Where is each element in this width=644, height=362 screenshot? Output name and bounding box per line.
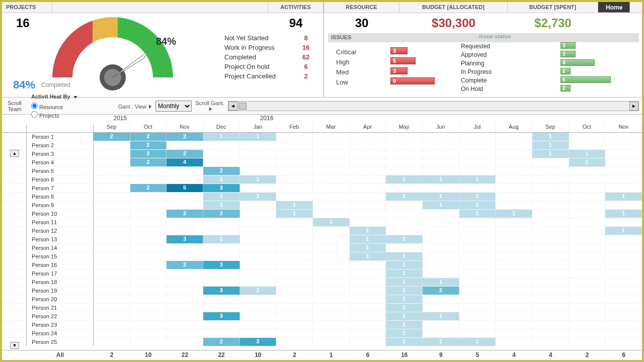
- person-row: Person 91111: [2, 201, 642, 210]
- heat-cell[interactable]: 2: [167, 210, 203, 218]
- heat-cell[interactable]: 1: [350, 244, 386, 252]
- heat-cell[interactable]: 1: [386, 338, 423, 346]
- heat-cell[interactable]: 2: [423, 287, 459, 295]
- heat-cell[interactable]: 3: [203, 184, 240, 192]
- heat-cell[interactable]: 2: [130, 150, 167, 158]
- heat-cell[interactable]: 1: [459, 175, 496, 184]
- heat-cell[interactable]: 1: [423, 278, 459, 286]
- heat-cell[interactable]: 2: [203, 210, 240, 218]
- heat-cell[interactable]: 2: [167, 261, 203, 269]
- heat-cell[interactable]: 1: [605, 227, 642, 235]
- heat-cell[interactable]: 1: [386, 312, 423, 320]
- heat-cell[interactable]: 2: [94, 133, 130, 141]
- heat-cell[interactable]: 1: [605, 210, 642, 218]
- heat-cell[interactable]: 1: [459, 210, 496, 218]
- heat-cell[interactable]: 2: [130, 141, 167, 149]
- heat-cell[interactable]: 1: [423, 338, 459, 346]
- empty-cell: [276, 295, 313, 303]
- heat-cell[interactable]: 1: [240, 175, 277, 184]
- heat-cell[interactable]: 1: [459, 193, 496, 201]
- heat-cell[interactable]: 1: [386, 321, 423, 329]
- heat-cell[interactable]: 1: [532, 133, 569, 141]
- heat-cell[interactable]: 2: [203, 167, 240, 175]
- heat-cell[interactable]: 1: [569, 150, 606, 158]
- empty-cell: [94, 210, 130, 218]
- heat-cell[interactable]: 1: [386, 261, 423, 269]
- heat-cell[interactable]: 1: [240, 287, 277, 295]
- heat-cell[interactable]: 2: [130, 184, 167, 192]
- heat-cell[interactable]: 1: [423, 312, 459, 320]
- heat-cell[interactable]: 1: [203, 133, 240, 141]
- heat-cell[interactable]: 1: [423, 201, 459, 209]
- empty-cell: [496, 201, 532, 209]
- heat-cell[interactable]: 3: [240, 338, 277, 346]
- heat-cell[interactable]: 5: [167, 184, 203, 192]
- heat-cell[interactable]: 1: [203, 193, 240, 201]
- heat-cell[interactable]: 4: [167, 158, 203, 166]
- heat-cell[interactable]: 1: [276, 210, 313, 218]
- heat-cell[interactable]: 1: [386, 252, 423, 260]
- heat-cell[interactable]: 1: [386, 287, 423, 295]
- empty-cell: [276, 304, 313, 312]
- scroll-right-button[interactable]: ►: [629, 102, 638, 111]
- empty-cell: [94, 329, 130, 337]
- heat-cell[interactable]: 1: [350, 252, 386, 260]
- heat-cell[interactable]: 1: [386, 329, 423, 337]
- empty-cell: [350, 201, 386, 209]
- heat-cell[interactable]: 1: [203, 235, 240, 243]
- heat-cell[interactable]: 1: [313, 218, 350, 226]
- heat-cell[interactable]: 3: [203, 287, 240, 295]
- scroll-left-button[interactable]: ◄: [228, 102, 237, 111]
- heat-cell[interactable]: 1: [532, 141, 569, 149]
- empty-cell: [350, 269, 386, 278]
- gantt-scrollbar[interactable]: ◄ ►: [228, 101, 639, 111]
- heat-cell[interactable]: 1: [350, 227, 386, 235]
- heat-cell[interactable]: 1: [386, 235, 423, 243]
- heat-cell[interactable]: 2: [203, 338, 240, 346]
- scroll-down-button[interactable]: ▼: [10, 342, 19, 349]
- person-name: Person 9: [27, 201, 94, 209]
- heat-cell[interactable]: 1: [386, 278, 423, 286]
- heat-cell[interactable]: 1: [203, 175, 240, 184]
- empty-cell: [423, 158, 459, 166]
- heat-cell[interactable]: 1: [386, 295, 423, 303]
- heat-cell[interactable]: 2: [130, 133, 167, 141]
- empty-cell: [532, 193, 569, 201]
- heat-cell[interactable]: 1: [496, 210, 532, 218]
- heat-cell[interactable]: 3: [203, 312, 240, 320]
- heat-cell[interactable]: 1: [203, 201, 240, 209]
- gant-view-button[interactable]: Gant . View: [117, 103, 152, 110]
- scroll-up-button[interactable]: ▲: [10, 150, 19, 157]
- heat-cell[interactable]: 3: [167, 235, 203, 243]
- heat-cell[interactable]: 2: [130, 158, 167, 166]
- heat-cell[interactable]: 1: [605, 193, 642, 201]
- period-select[interactable]: DailyWeeklyMonthlyQuarterly: [155, 101, 192, 112]
- heat-cell[interactable]: 2: [167, 133, 203, 141]
- month-header: Jul: [459, 124, 496, 132]
- heat-cell[interactable]: 1: [386, 304, 423, 312]
- heat-cell[interactable]: 1: [459, 338, 496, 346]
- heat-cell[interactable]: 1: [423, 175, 459, 184]
- heat-cell[interactable]: 1: [459, 201, 496, 209]
- empty-cell: [313, 141, 350, 149]
- heat-cell[interactable]: 3: [203, 261, 240, 269]
- heat-cell[interactable]: 1: [240, 133, 277, 141]
- heat-cell[interactable]: 1: [240, 193, 277, 201]
- heat-cell[interactable]: 1: [276, 201, 313, 209]
- heat-by-dropdown[interactable]: Activit Heat By: [27, 92, 95, 102]
- heat-cell[interactable]: 1: [423, 193, 459, 201]
- heat-cell[interactable]: 2: [167, 150, 203, 158]
- heat-cell[interactable]: 1: [386, 269, 423, 278]
- empty-cell: [350, 167, 386, 175]
- heat-cell[interactable]: 1: [386, 193, 423, 201]
- heat-cell[interactable]: 1: [386, 175, 423, 184]
- home-button[interactable]: Home: [598, 2, 630, 13]
- completed-label: Completed: [41, 81, 70, 88]
- heat-cell[interactable]: 1: [350, 235, 386, 243]
- empty-cell: [423, 235, 459, 243]
- scroll-thumb[interactable]: [238, 103, 247, 110]
- heat-cell[interactable]: 1: [569, 158, 606, 166]
- empty-cell: [276, 312, 313, 320]
- radio-resource[interactable]: Resource: [31, 103, 91, 111]
- heat-cell[interactable]: 1: [532, 150, 569, 158]
